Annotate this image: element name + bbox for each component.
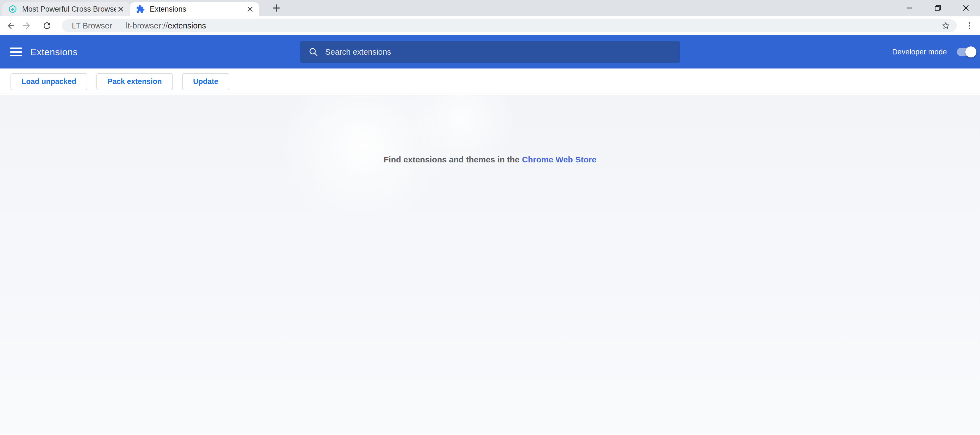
extensions-search-box[interactable] [300, 41, 680, 63]
hamburger-icon [10, 48, 22, 49]
extensions-action-bar: Load unpacked Pack extension Update [0, 68, 980, 95]
extensions-header: Extensions Developer mode [0, 35, 980, 68]
search-icon [309, 47, 318, 57]
forward-button[interactable] [19, 18, 34, 33]
reload-button[interactable] [39, 18, 55, 33]
address-bar-divider [119, 22, 119, 30]
browser-toolbar: LT Browser lt-browser://extensions [0, 16, 980, 35]
developer-mode-control: Developer mode [892, 35, 978, 68]
close-window-button[interactable] [952, 0, 980, 16]
tab-lambdatest[interactable]: Most Powerful Cross Browser Tes [2, 2, 130, 16]
developer-mode-toggle[interactable] [957, 48, 972, 56]
bookmark-button[interactable] [939, 19, 952, 32]
search-input[interactable] [325, 48, 673, 57]
site-name-chip: LT Browser [72, 21, 112, 30]
kebab-menu-icon [965, 21, 974, 30]
star-icon [941, 21, 950, 30]
restore-button[interactable] [924, 0, 952, 16]
plus-icon [272, 3, 281, 13]
chrome-web-store-link[interactable]: Chrome Web Store [522, 155, 597, 164]
tab-extensions[interactable]: Extensions [130, 2, 259, 16]
address-bar[interactable]: LT Browser lt-browser://extensions [62, 19, 957, 32]
new-tab-button[interactable] [268, 0, 285, 16]
tab-title: Extensions [150, 5, 245, 14]
empty-state-message: Find extensions and themes in the [383, 155, 519, 164]
reload-icon [42, 21, 52, 31]
minimize-icon [905, 4, 914, 12]
browser-menu-button[interactable] [963, 19, 976, 32]
developer-mode-label: Developer mode [892, 48, 947, 56]
main-menu-button[interactable] [10, 48, 22, 56]
page-title: Extensions [30, 47, 78, 57]
extensions-content: Find extensions and themes in theChrome … [0, 95, 980, 434]
toggle-knob [966, 46, 977, 57]
back-arrow-icon [6, 21, 16, 31]
restore-icon [934, 4, 942, 12]
close-icon [962, 4, 970, 12]
pack-extension-button[interactable]: Pack extension [96, 73, 173, 90]
tab-title: Most Powerful Cross Browser Tes [22, 5, 116, 14]
close-tab-icon[interactable] [245, 5, 255, 14]
tab-strip: Most Powerful Cross Browser Tes Extensio… [0, 0, 980, 16]
back-button[interactable] [3, 18, 19, 33]
minimize-button[interactable] [896, 0, 924, 16]
window-controls [896, 0, 980, 16]
puzzle-piece-icon [136, 5, 145, 14]
load-unpacked-button[interactable]: Load unpacked [11, 73, 87, 90]
lambdatest-logo-icon [8, 5, 17, 14]
url-scheme: lt-browser:// [126, 21, 168, 30]
url-page: extensions [168, 21, 206, 30]
close-tab-icon[interactable] [116, 5, 126, 14]
forward-arrow-icon [22, 21, 32, 31]
update-button[interactable]: Update [182, 73, 230, 90]
